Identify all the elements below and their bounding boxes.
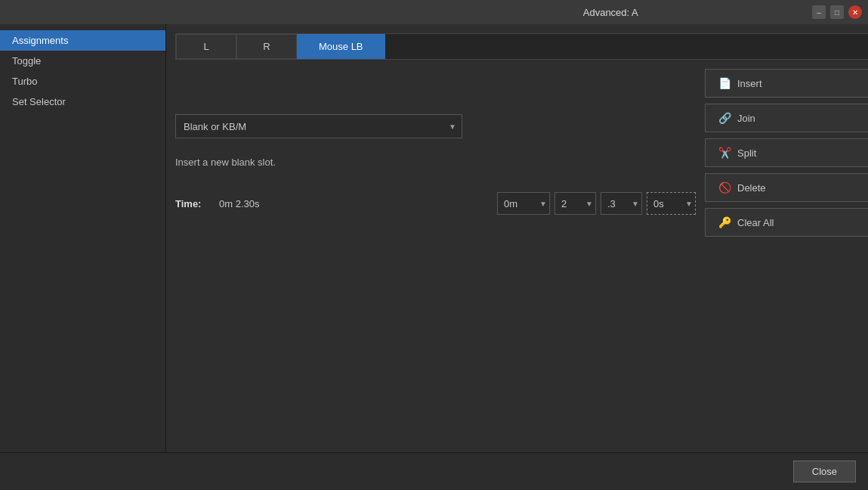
clear-all-icon: 🔑 (718, 216, 731, 228)
info-text: Insert a new blank slot. (175, 157, 696, 168)
delete-button[interactable]: 🚫 Delete (705, 173, 868, 202)
time-label: Time: (175, 198, 213, 209)
seconds-int-wrapper: 0123 ▼ (554, 192, 596, 215)
tab-row: L R Mouse LB (175, 33, 868, 60)
time-value: 0m 2.30s (219, 198, 280, 209)
dropdown-wrapper: Blank or KB/M Keyboard Mouse ▼ (175, 114, 462, 138)
clear-all-button[interactable]: 🔑 Clear All (705, 208, 868, 237)
main-container: Assignments Toggle Turbo Set Selector L … (0, 24, 868, 452)
dropdown-row: Blank or KB/M Keyboard Mouse ▼ (175, 114, 696, 138)
sidebar-item-turbo[interactable]: Turbo (0, 71, 165, 91)
content-area: L R Mouse LB Blank or KB/M Keyboard Mous… (166, 24, 868, 452)
sidebar-item-toggle[interactable]: Toggle (0, 51, 165, 71)
minimize-button[interactable]: – (812, 5, 826, 19)
assignment-dropdown[interactable]: Blank or KB/M Keyboard Mouse (175, 114, 462, 138)
split-button[interactable]: ✂️ Split (705, 138, 868, 167)
extra-select[interactable]: 0s1s2s (647, 192, 696, 215)
sidebar: Assignments Toggle Turbo Set Selector (0, 24, 166, 452)
left-panel: Blank or KB/M Keyboard Mouse ▼ Insert a … (175, 69, 696, 443)
title-bar-controls: – □ ✕ (812, 5, 862, 19)
sidebar-item-assignments[interactable]: Assignments (0, 30, 165, 51)
delete-icon: 🚫 (718, 181, 731, 194)
sidebar-item-set-selector[interactable]: Set Selector (0, 91, 165, 112)
split-icon: ✂️ (718, 147, 731, 159)
bottom-bar: Close (0, 452, 868, 490)
extra-wrapper: 0s1s2s ▼ (647, 192, 696, 215)
close-window-button[interactable]: ✕ (848, 5, 862, 19)
time-selects: 0m1m2m3m ▼ 0123 ▼ .0.1.2.3 (497, 192, 696, 215)
seconds-dec-wrapper: .0.1.2.3 ▼ (601, 192, 642, 215)
middle-section: Blank or KB/M Keyboard Mouse ▼ Insert a … (175, 69, 868, 443)
tab-l[interactable]: L (176, 34, 236, 59)
join-button[interactable]: 🔗 Join (705, 104, 868, 132)
minutes-select[interactable]: 0m1m2m3m (497, 192, 550, 215)
tab-mouse-lb[interactable]: Mouse LB (297, 34, 385, 59)
right-panel: 📄 Insert 🔗 Join ✂️ Split 🚫 Delete 🔑 (705, 69, 868, 443)
seconds-int-select[interactable]: 0123 (554, 192, 596, 215)
title-bar: Advanced: A – □ ✕ (0, 0, 868, 24)
insert-button[interactable]: 📄 Insert (705, 69, 868, 98)
seconds-dec-select[interactable]: .0.1.2.3 (601, 192, 642, 215)
insert-icon: 📄 (718, 77, 731, 89)
maximize-button[interactable]: □ (830, 5, 844, 19)
tab-r[interactable]: R (236, 34, 297, 59)
time-row: Time: 0m 2.30s 0m1m2m3m ▼ 0123 (175, 192, 696, 215)
join-icon: 🔗 (718, 112, 731, 124)
window-title: Advanced: A (409, 7, 813, 18)
minutes-wrapper: 0m1m2m3m ▼ (497, 192, 550, 215)
close-button[interactable]: Close (793, 461, 856, 482)
